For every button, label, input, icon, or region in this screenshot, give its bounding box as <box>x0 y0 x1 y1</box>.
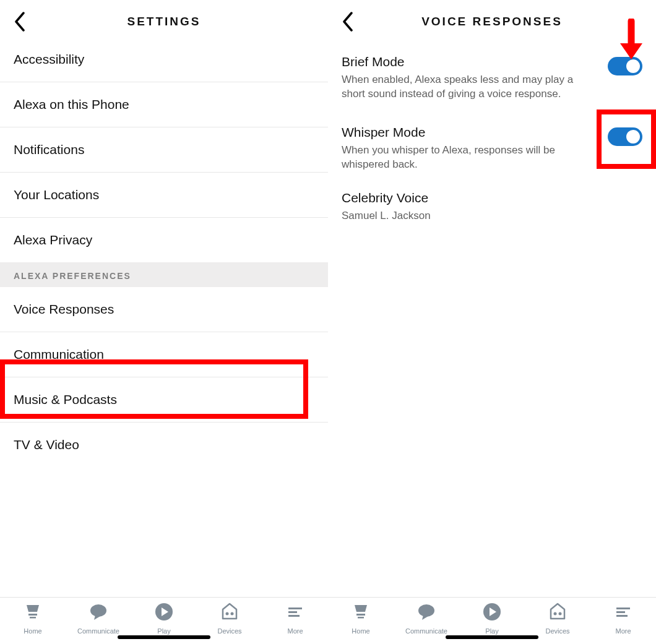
svg-rect-7 <box>288 611 297 613</box>
svg-rect-8 <box>288 615 300 617</box>
back-chevron-icon <box>14 12 26 32</box>
more-icon <box>613 601 634 625</box>
section-header-alexa-preferences: ALEXA PREFERENCES <box>0 262 328 287</box>
back-button[interactable] <box>11 9 28 34</box>
settings-item-notifications[interactable]: Notifications <box>0 127 328 173</box>
svg-point-2 <box>90 604 106 617</box>
voice-responses-screen: VOICE RESPONSES Brief Mode When enabled,… <box>328 0 656 644</box>
settings-item-voice-responses[interactable]: Voice Responses <box>0 287 328 332</box>
settings-topbar: SETTINGS <box>0 0 328 43</box>
whisper-mode-title: Whisper Mode <box>342 125 599 140</box>
svg-rect-9 <box>356 614 365 616</box>
whisper-mode-toggle[interactable] <box>608 127 642 146</box>
settings-item-accessibility[interactable]: Accessibility <box>0 43 328 82</box>
svg-point-14 <box>559 612 562 616</box>
settings-item-alexa-privacy[interactable]: Alexa Privacy <box>0 218 328 262</box>
devices-icon <box>547 601 568 625</box>
svg-rect-10 <box>358 617 364 619</box>
tab-label: Play <box>157 627 170 635</box>
celebrity-voice-title: Celebrity Voice <box>342 191 642 205</box>
celebrity-voice-desc: Samuel L. Jackson <box>342 209 577 223</box>
voice-responses-topbar: VOICE RESPONSES <box>328 0 656 43</box>
svg-rect-15 <box>616 608 630 609</box>
settings-item-your-locations[interactable]: Your Locations <box>0 173 328 218</box>
page-title: SETTINGS <box>127 15 201 28</box>
row-celebrity-voice[interactable]: Celebrity Voice Samuel L. Jackson <box>328 184 656 236</box>
tab-label: Devices <box>217 627 241 635</box>
settings-item-tv-video[interactable]: TV & Video <box>0 423 328 452</box>
more-icon <box>285 601 306 625</box>
settings-item-communication[interactable]: Communication <box>0 332 328 377</box>
tab-label: Home <box>24 627 41 635</box>
svg-rect-17 <box>616 615 628 617</box>
home-indicator[interactable] <box>118 635 210 639</box>
tab-label: Play <box>485 627 498 635</box>
tab-home[interactable]: Home <box>0 601 66 644</box>
speech-bubble-icon <box>88 601 109 625</box>
svg-rect-16 <box>616 611 625 613</box>
back-chevron-icon <box>342 12 354 32</box>
svg-rect-0 <box>28 614 37 616</box>
play-icon <box>481 601 503 625</box>
home-icon <box>22 601 43 625</box>
tab-more[interactable]: More <box>262 601 328 644</box>
tab-label: More <box>615 627 631 635</box>
svg-point-11 <box>418 604 434 617</box>
brief-mode-toggle[interactable] <box>608 57 642 75</box>
tab-label: Devices <box>545 627 569 635</box>
play-icon <box>153 601 175 625</box>
voice-responses-content: Brief Mode When enabled, Alexa speaks le… <box>328 43 656 597</box>
settings-content: Accessibility Alexa on this Phone Notifi… <box>0 43 328 597</box>
svg-point-4 <box>226 612 229 616</box>
svg-point-5 <box>231 612 234 616</box>
tab-label: Communicate <box>405 627 447 635</box>
svg-rect-6 <box>288 608 302 609</box>
settings-item-music-podcasts[interactable]: Music & Podcasts <box>0 377 328 423</box>
page-title: VOICE RESPONSES <box>421 15 563 28</box>
brief-mode-title: Brief Mode <box>342 54 599 69</box>
tab-home[interactable]: Home <box>328 601 394 644</box>
home-icon <box>350 601 371 625</box>
brief-mode-desc: When enabled, Alexa speaks less and may … <box>342 73 577 101</box>
settings-item-alexa-on-phone[interactable]: Alexa on this Phone <box>0 82 328 127</box>
tab-label: Home <box>352 627 369 635</box>
row-whisper-mode: Whisper Mode When you whisper to Alexa, … <box>328 114 656 184</box>
settings-screen: SETTINGS Accessibility Alexa on this Pho… <box>0 0 328 644</box>
home-indicator[interactable] <box>446 635 538 639</box>
whisper-mode-desc: When you whisper to Alexa, responses wil… <box>342 144 577 172</box>
svg-point-13 <box>554 612 557 616</box>
row-brief-mode: Brief Mode When enabled, Alexa speaks le… <box>328 43 656 114</box>
speech-bubble-icon <box>416 601 437 625</box>
back-button[interactable] <box>339 9 356 34</box>
svg-rect-1 <box>30 617 36 619</box>
tab-label: More <box>287 627 303 635</box>
tab-label: Communicate <box>77 627 119 635</box>
tab-more[interactable]: More <box>590 601 656 644</box>
devices-icon <box>219 601 240 625</box>
